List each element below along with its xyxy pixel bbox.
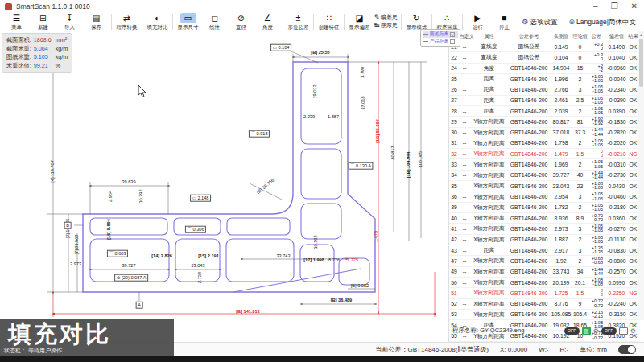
table-row[interactable]: 28--距离GBT14846-2002.0392+1.05-1.050.0390… xyxy=(449,106,638,117)
toggle-off-1[interactable]: OFF xyxy=(564,327,580,335)
unit-label: 单位: xyxy=(580,346,594,353)
toolbar-item-angle[interactable]: ∠角度 xyxy=(254,13,281,32)
save-icon: ▤ xyxy=(89,13,105,23)
table-row[interactable]: 50--Y轴方向距离GBT14846-20020.19920.1+1.08-1.… xyxy=(449,278,638,288)
legend-item[interactable]: 产品距离 xyxy=(423,38,458,45)
measurement-panel: 圆弧距离✓产品距离 编号自定义属性公差参考实测值理论值公差偏差值结果 21--直… xyxy=(448,31,644,342)
coord-w: W:- xyxy=(539,346,548,353)
close-button[interactable]: ✕ xyxy=(631,0,638,13)
cad-drawing xyxy=(0,31,448,342)
table-row[interactable]: 43--距离GBT14846-2002.9173+1.35-1.35-0.083… xyxy=(449,245,638,256)
legend-checkbox[interactable]: ✓ xyxy=(450,32,455,37)
toolbar-item-fill-compare[interactable]: ◐填充对比 xyxy=(144,13,171,32)
dim-label: [14] 2.826 xyxy=(151,254,172,259)
minimize-button[interactable]: – xyxy=(593,0,598,13)
toolbar-separator xyxy=(344,14,345,30)
dim-label: 1.479 xyxy=(374,231,379,242)
dim-label: 33.743 xyxy=(276,254,290,259)
column-header: 公差参考 xyxy=(509,33,548,40)
column-header: 公差 xyxy=(588,33,605,40)
maximize-button[interactable]: ❐ xyxy=(611,0,618,13)
dim-label: 10.192 xyxy=(314,235,319,249)
dim-label: [1B] 85.097 xyxy=(376,119,381,143)
unit-toggle[interactable] xyxy=(618,345,636,354)
gdt-icon: ± xyxy=(291,13,307,23)
toolbar-item-save[interactable]: ▤保存 xyxy=(83,13,109,32)
toolbar-item-import[interactable]: ↧导入 xyxy=(56,13,83,32)
table-row[interactable]: 41--X轴方向距离GBT14846-2002.9733+1.05-1.05-0… xyxy=(449,224,638,234)
dim-label: ▭ 0.104 xyxy=(270,44,291,51)
toolbar-item-create-feature[interactable]: ∷创建特征 xyxy=(316,13,342,32)
table-row[interactable]: 30--Y轴方向距离GBT14846-20037.01837.3+1.44-1.… xyxy=(449,128,638,138)
options-button[interactable]: ⚙选项设置 xyxy=(522,18,557,27)
toolbar-item-stop[interactable]: ■停止 xyxy=(491,13,518,32)
toolbar-item-gdt[interactable]: ±形位公差 xyxy=(285,13,312,32)
table-row[interactable]: 52--X轴方向距离GBT14846-2008.7769+0.72-0.72-0… xyxy=(449,299,638,310)
diameter-icon: ⊘ xyxy=(233,13,250,23)
dim-label: 39.639 xyxy=(122,180,135,185)
table-row[interactable]: 24--角度GBT14846-20014.90415+2-2-0.0960OK xyxy=(449,64,638,74)
new-icon: ⊞ xyxy=(35,13,52,23)
table-row[interactable]: 26--距离GBT14846-2002.7663+1.05-1.05-0.234… xyxy=(449,84,638,95)
dim-label: 2.738 xyxy=(198,272,203,283)
toolbar-separator xyxy=(283,14,283,30)
dim-label: 105.085 xyxy=(419,151,423,167)
table-row[interactable]: 47--X轴方向距离GBT14846-2001.922+0.68-0.68-0.… xyxy=(449,256,638,266)
stop-icon: ■ xyxy=(496,13,512,23)
toolbar-item-menu[interactable]: ☰菜单 xyxy=(3,13,30,32)
legend-checkbox[interactable] xyxy=(450,39,455,44)
legend-item[interactable]: 圆弧距离✓ xyxy=(423,31,458,38)
table-row[interactable]: 49--X轴方向距离GBT14846-20033.74334+1.44-1.44… xyxy=(449,267,638,278)
scrollbar-thumb[interactable] xyxy=(639,39,643,87)
table-row[interactable]: 34--X轴方向距离GBT14846-20039.72740+1.44-1.44… xyxy=(449,171,638,181)
toolbar-item-wall-thickness-ruler[interactable]: ↹壁厚尺 xyxy=(374,22,398,30)
table-row[interactable]: 39--Y轴方向距离GBT14846-2001.7822+1.05-1.05-0… xyxy=(449,203,638,213)
language-button[interactable]: ⊛Language|简体中文 xyxy=(568,18,636,27)
settings-gear-icon-1[interactable]: ⚙ xyxy=(593,327,599,335)
legend-box: 圆弧距离✓产品距离 xyxy=(420,29,460,47)
table-row[interactable]: 25--距离GBT14846-2001.9962+1.05-1.05-0.004… xyxy=(449,74,638,84)
table-row[interactable]: 32--Y轴方向距离GBT14846-2001.4791.500-0.0210N… xyxy=(449,149,638,159)
table-row[interactable]: 29--Y轴方向距离GBT14846-20080.81781+1.92-1.92… xyxy=(449,117,638,127)
dim-label: [1B] 104.944 xyxy=(407,152,411,179)
toolbar-item-linear[interactable]: ◻线性 xyxy=(201,13,228,32)
toolbar-item-show-deviation[interactable]: ◪显示偏差 xyxy=(346,13,373,32)
table-row[interactable]: 35--X轴方向距离GBT14846-20023.04323+1.08-1.08… xyxy=(449,181,638,191)
globe-icon: ⊛ xyxy=(568,18,575,26)
column-header: 属性 xyxy=(471,33,507,40)
linear-icon: ◻ xyxy=(207,13,223,23)
show-dimensions-icon: ▭ xyxy=(180,13,196,23)
toolbar-item-new[interactable]: ⊞新建 xyxy=(30,13,56,32)
table-row[interactable]: 42--X轴方向距离GBT14846-2001.8872+1.05-1.05-0… xyxy=(449,235,638,245)
table-row[interactable]: 21--直线度图纸公差0.1490+0.300.1490OK xyxy=(449,42,638,52)
table-row[interactable]: 22--直线度图纸公差0.1040+0.300.1040OK xyxy=(449,52,638,63)
toolbar-item-diameter[interactable]: ⊘直径 xyxy=(228,13,254,32)
deviation-ruler-icon: ✎ xyxy=(374,14,380,21)
table-row[interactable]: 53--Y轴方向距离GBT14846-200105.085105.4+2.16-… xyxy=(449,310,638,320)
toolbar-item-show-dimensions[interactable]: ▭显示尺寸 xyxy=(175,13,201,32)
tolerance-value: GBT14846-2008(Ⅱ类普通级) xyxy=(408,346,489,353)
toolbar-item-deviation-ruler[interactable]: ✎编差尺 xyxy=(374,14,398,22)
table-row[interactable]: 51--X轴方向距离GBT14846-2001.7251.5000.2250NG xyxy=(449,288,638,298)
dim-label: B xyxy=(64,222,72,229)
section-stats-panel: 截面面积:1868.6mm²截面米重:5.064kg/m图纸米重:5.105kg… xyxy=(2,33,72,73)
drawing-canvas[interactable]: [B] 25.55▭ 0.1041.79819.0322.0391.88737.… xyxy=(0,31,448,342)
stat-row: 截面米重:5.064kg/m xyxy=(6,45,68,54)
table-row[interactable]: 36--Y轴方向距离GBT14846-2002.9543+1.05-1.05-0… xyxy=(449,191,638,202)
column-header: 偏差值 xyxy=(606,33,628,40)
table-scrollbar[interactable]: ▲ xyxy=(638,31,644,320)
table-row[interactable]: 27--距离GBT14846-2002.4612.5+1.05-1.05-0.0… xyxy=(449,96,638,106)
toolbar-item-program-convert[interactable]: ⇄程序转换 xyxy=(114,13,140,32)
toolbar-item-run[interactable]: ▶运行 xyxy=(464,13,491,32)
dim-label: [17] 1.998 xyxy=(303,258,324,263)
table-row[interactable]: 33--Y轴方向距离GBT14846-2001.9692+1.05-1.05-0… xyxy=(449,159,638,170)
scroll-up-icon[interactable]: ▲ xyxy=(638,32,644,37)
frame-icon[interactable] xyxy=(619,327,628,335)
toggle-off-2[interactable]: OFF xyxy=(601,327,617,335)
settings-gear-icon-2[interactable]: ⚙ xyxy=(630,327,636,335)
dim-label: 1.798 xyxy=(361,67,365,78)
table-row[interactable]: 40--Y轴方向距离GBT14846-2008.9368.9+0.72-0.72… xyxy=(449,213,638,224)
report-icon[interactable]: ▥ xyxy=(582,327,591,335)
table-row[interactable]: 31--Y轴方向距离GBT14846-2001.7982+1.05-1.05-0… xyxy=(449,138,638,149)
column-header: 结果 xyxy=(628,33,638,40)
